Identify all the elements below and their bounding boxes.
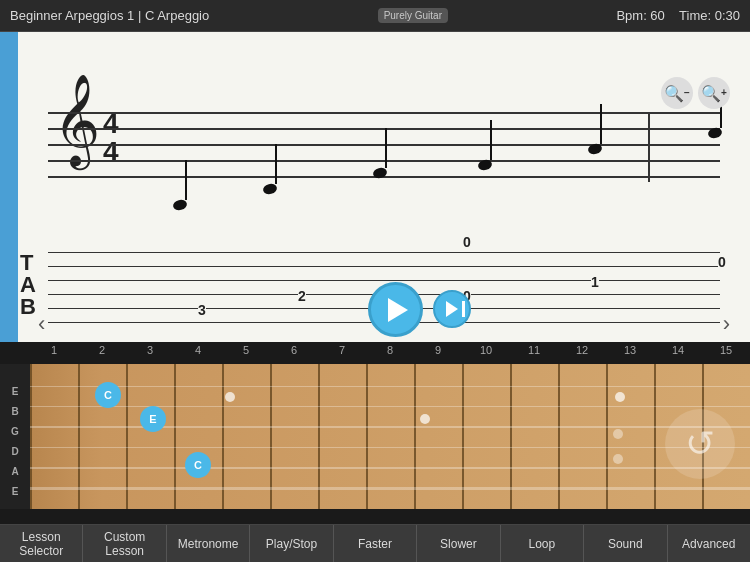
zoom-out-button[interactable]: 🔍− [661, 77, 693, 109]
time-label: Time: 0:30 [679, 8, 740, 23]
fret-number-13: 13 [606, 344, 654, 362]
tab-line-1 [48, 252, 720, 253]
toolbar-btn-loop[interactable]: Loop [501, 525, 584, 562]
chord-dot-e-g[interactable]: E [140, 406, 166, 432]
replay-icon: ↺ [685, 423, 715, 465]
tab-num-1: 1 [591, 274, 599, 290]
fret-dot-12-1 [613, 429, 623, 439]
toolbar-btn-metronome[interactable]: Metronome [167, 525, 250, 562]
fret-numbers: 123456789101112131415 [30, 344, 750, 362]
fret-number-2: 2 [78, 344, 126, 362]
toolbar-btn-faster[interactable]: Faster [334, 525, 417, 562]
string-label-e: E [12, 486, 19, 497]
fret-number-14: 14 [654, 344, 702, 362]
guitar-string-2 [30, 426, 750, 428]
fret-position-dot-3 [615, 392, 625, 402]
header: Beginner Arpeggios 1 | C Arpeggio Purely… [0, 0, 750, 32]
header-title: Beginner Arpeggios 1 | C Arpeggio [10, 8, 209, 23]
fret-number-1: 1 [30, 344, 78, 362]
toolbar-btn-slower[interactable]: Slower [417, 525, 500, 562]
sheet-music-area: 𝄞 4 4 [0, 32, 750, 342]
nav-right-arrow[interactable]: › [723, 311, 730, 337]
zoom-out-icon: 🔍− [664, 84, 690, 103]
tab-label: TAB [20, 252, 34, 318]
replay-button[interactable]: ↺ [665, 409, 735, 479]
header-logo: Purely Guitar [378, 8, 448, 23]
string-label-d: D [11, 446, 18, 457]
fret-number-11: 11 [510, 344, 558, 362]
toolbar-btn-advanced[interactable]: Advanced [668, 525, 750, 562]
nav-left-arrow[interactable]: ‹ [38, 311, 45, 337]
staff-line-1 [48, 112, 720, 114]
string-label-b: B [11, 406, 18, 417]
fretboard-area: 123456789101112131415 EBGDAE C E C ↺ [0, 342, 750, 527]
tab-num-0c: 0 [463, 234, 471, 250]
fret-position-dot-2 [420, 414, 430, 424]
string-label-a: A [11, 466, 18, 477]
fret-number-10: 10 [462, 344, 510, 362]
chord-dot-c-a[interactable]: C [185, 452, 211, 478]
fret-number-4: 4 [174, 344, 222, 362]
bar-line [648, 112, 650, 182]
play-icon [388, 298, 408, 322]
staff-line-3 [48, 144, 720, 146]
fret-number-8: 8 [366, 344, 414, 362]
tab-num-2: 2 [298, 288, 306, 304]
fret-number-5: 5 [222, 344, 270, 362]
fret-number-9: 9 [414, 344, 462, 362]
fret-number-7: 7 [318, 344, 366, 362]
skip-icon [446, 301, 458, 317]
play-button[interactable] [368, 282, 423, 337]
fret-number-3: 3 [126, 344, 174, 362]
toolbar-btn-play-stop[interactable]: Play/Stop [250, 525, 333, 562]
string-labels: EBGDAE [0, 364, 30, 509]
fret-number-15: 15 [702, 344, 750, 362]
blue-bar [0, 32, 18, 342]
staff-line-2 [48, 128, 720, 130]
fretboard: EBGDAE C E C ↺ [0, 364, 750, 509]
staff-container: 𝄞 4 4 [18, 32, 750, 342]
fret-number-12: 12 [558, 344, 606, 362]
chord-dot-c-b[interactable]: C [95, 382, 121, 408]
zoom-in-button[interactable]: 🔍+ [698, 77, 730, 109]
fretboard-inner: C E C ↺ [30, 364, 750, 509]
toolbar-btn-custom-lesson[interactable]: Custom Lesson [83, 525, 166, 562]
fret-position-dot-1 [225, 392, 235, 402]
toolbar-btn-sound[interactable]: Sound [584, 525, 667, 562]
guitar-string-3 [30, 447, 750, 449]
tab-line-3 [48, 280, 720, 281]
string-label-e: E [12, 386, 19, 397]
bpm-label: Bpm: 60 [616, 8, 664, 23]
guitar-string-4 [30, 467, 750, 469]
skip-button[interactable] [433, 290, 471, 328]
zoom-in-icon: 🔍+ [701, 84, 727, 103]
string-label-g: G [11, 426, 19, 437]
tab-line-2 [48, 266, 720, 267]
guitar-string-1 [30, 406, 750, 407]
tab-num-0b: 0 [718, 254, 726, 270]
fret-dot-12-2 [613, 454, 623, 464]
toolbar: Lesson SelectorCustom LessonMetronomePla… [0, 524, 750, 562]
tab-num-3: 3 [198, 302, 206, 318]
header-stats: Bpm: 60 Time: 0:30 [616, 8, 740, 23]
zoom-buttons: 🔍− 🔍+ [661, 77, 730, 109]
fret-number-6: 6 [270, 344, 318, 362]
guitar-string-5 [30, 487, 750, 490]
guitar-string-0 [30, 386, 750, 387]
toolbar-btn-lesson-selector[interactable]: Lesson Selector [0, 525, 83, 562]
staff-line-4 [48, 160, 720, 162]
